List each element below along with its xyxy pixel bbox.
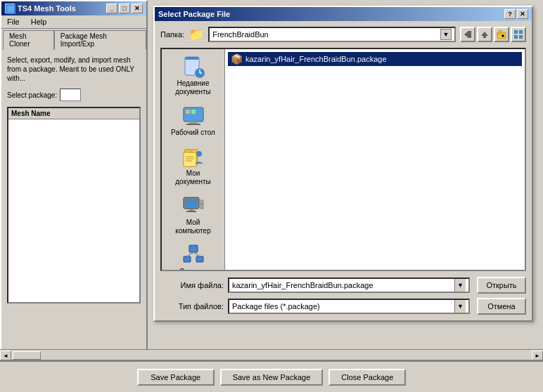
place-desktop[interactable]: Рабочий стол: [165, 101, 222, 141]
horizontal-scrollbar[interactable]: ◄ ►: [0, 349, 543, 360]
svg-marker-2: [464, 31, 468, 38]
dialog-title: Select Package File: [158, 10, 230, 18]
cancel-button[interactable]: Отмена: [477, 298, 526, 315]
folder-icon: 📁: [189, 27, 204, 42]
svg-rect-24: [186, 110, 190, 114]
svg-rect-25: [191, 110, 196, 114]
svg-line-42: [187, 252, 193, 256]
scroll-thumb: [13, 351, 41, 360]
app-title-text: TS4 Mesh Tools: [18, 4, 76, 13]
desktop-label: Рабочий стол: [171, 129, 215, 137]
scroll-left-btn[interactable]: ◄: [0, 351, 11, 360]
file-item[interactable]: 📦 kazarin_yfHair_FrenchBraidBun.package: [228, 52, 522, 66]
dialog-window: Select Package File ? ✕ Папка: 📁 FrenchB…: [153, 6, 533, 322]
dialog-close-button[interactable]: ✕: [517, 9, 528, 19]
place-my-computer[interactable]: Мой компьютер: [165, 191, 222, 239]
folder-label: Папка:: [160, 30, 184, 39]
select-package-input[interactable]: [60, 89, 81, 101]
dialog-main-area: Недавние документы: [160, 48, 526, 271]
app-titlebar: TS4 Mesh Tools _ □ ✕: [1, 1, 146, 15]
svg-line-43: [193, 252, 200, 256]
recent-docs-icon: [182, 55, 205, 78]
network-label: Сетевое окружение: [169, 268, 218, 270]
svg-point-32: [196, 151, 202, 157]
place-recent-docs[interactable]: Недавние документы: [165, 52, 222, 100]
svg-marker-4: [481, 32, 488, 36]
filetype-value: Package files (*.package): [232, 302, 454, 311]
filetype-label: Тип файлов:: [160, 302, 224, 311]
my-docs-label: Мои документы: [169, 169, 218, 186]
file-list: 📦 kazarin_yfHair_FrenchBraidBun.package: [225, 49, 525, 270]
dialog-body: Папка: 📁 FrenchBraidBun ▼: [155, 21, 532, 320]
app-window: TS4 Mesh Tools _ □ ✕ File Help Mesh Clon…: [0, 0, 148, 392]
select-package-label: Select package:: [7, 91, 57, 99]
minimize-button[interactable]: _: [106, 4, 117, 13]
app-title: TS4 Mesh Tools: [5, 4, 76, 13]
filename-value: kazarin_yfHair_FrenchBraidBun.package: [232, 281, 454, 289]
svg-rect-28: [184, 152, 196, 166]
toolbar-nav-btns: [460, 27, 526, 42]
close-button[interactable]: ✕: [132, 4, 143, 13]
svg-rect-14: [519, 35, 523, 39]
dialog-toolbar: Папка: 📁 FrenchBraidBun ▼: [160, 27, 526, 42]
tab-package-mesh[interactable]: Package Mesh Import/Exp: [54, 30, 146, 50]
desktop-icon: [182, 105, 205, 127]
filetype-combo-arrow[interactable]: ▼: [454, 300, 466, 313]
app-icon: [5, 4, 15, 13]
svg-rect-16: [185, 57, 199, 60]
menu-file[interactable]: File: [5, 17, 22, 27]
places-panel: Недавние документы: [162, 49, 225, 270]
my-computer-icon: [182, 195, 205, 217]
place-network[interactable]: Сетевое окружение: [165, 240, 222, 270]
nav-view-btn[interactable]: [511, 27, 526, 42]
app-menubar: File Help: [1, 15, 146, 29]
nav-back-btn[interactable]: [460, 27, 475, 42]
dialog-form: Имя файла: kazarin_yfHair_FrenchBraidBun…: [160, 277, 526, 315]
filename-combo[interactable]: kazarin_yfHair_FrenchBraidBun.package ▼: [228, 277, 470, 293]
filename-combo-arrow[interactable]: ▼: [454, 279, 466, 292]
folder-combo[interactable]: FrenchBraidBun ▼: [208, 27, 456, 42]
svg-rect-41: [196, 256, 203, 262]
filename-label: Имя файла:: [160, 281, 224, 289]
svg-rect-39: [189, 245, 198, 252]
svg-rect-23: [186, 124, 200, 125]
file-icon: 📦: [231, 53, 243, 65]
filetype-combo[interactable]: Package files (*.package) ▼: [228, 299, 470, 314]
svg-rect-11: [514, 30, 518, 34]
save-new-package-button[interactable]: Save as New Package: [220, 369, 324, 386]
app-bottom-bar: Save Package Save as New Package Close P…: [0, 360, 543, 392]
dialog-titlebar: Select Package File ? ✕: [155, 7, 532, 21]
close-package-button[interactable]: Close Package: [328, 369, 406, 386]
svg-rect-13: [514, 35, 518, 39]
menu-help[interactable]: Help: [29, 17, 49, 27]
svg-rect-40: [184, 256, 191, 262]
folder-combo-arrow[interactable]: ▼: [440, 29, 452, 40]
dialog-titlebar-btns: ? ✕: [504, 9, 528, 19]
svg-rect-8: [499, 30, 502, 32]
dialog-help-button[interactable]: ?: [504, 9, 516, 19]
app-tabs: Mesh Cloner Package Mesh Import/Exp: [3, 30, 146, 50]
svg-rect-38: [200, 203, 203, 204]
nav-up-btn[interactable]: [477, 27, 492, 42]
open-button[interactable]: Открыть: [477, 277, 526, 294]
my-computer-label: Мой компьютер: [169, 218, 218, 235]
network-icon: [182, 244, 205, 266]
tab-mesh-cloner[interactable]: Mesh Cloner: [3, 30, 54, 50]
my-docs-icon: [182, 145, 205, 168]
recent-docs-label: Недавние документы: [169, 79, 218, 96]
scroll-right-btn[interactable]: ►: [532, 351, 543, 360]
svg-rect-34: [185, 199, 198, 207]
filetype-row: Тип файлов: Package files (*.package) ▼ …: [160, 298, 526, 315]
nav-new-folder-btn[interactable]: [494, 27, 509, 42]
place-my-docs[interactable]: Мои документы: [165, 142, 222, 190]
svg-rect-12: [519, 30, 523, 34]
mesh-table-header: Mesh Name: [8, 108, 139, 119]
dialog-action-btns: Открыть: [477, 277, 526, 294]
svg-rect-36: [186, 211, 196, 212]
save-package-button[interactable]: Save Package: [137, 369, 215, 386]
filename-row: Имя файла: kazarin_yfHair_FrenchBraidBun…: [160, 277, 526, 294]
maximize-button[interactable]: □: [119, 4, 130, 13]
titlebar-buttons: _ □ ✕: [106, 4, 143, 13]
mesh-table: Mesh Name: [7, 107, 141, 303]
svg-rect-5: [483, 36, 486, 38]
